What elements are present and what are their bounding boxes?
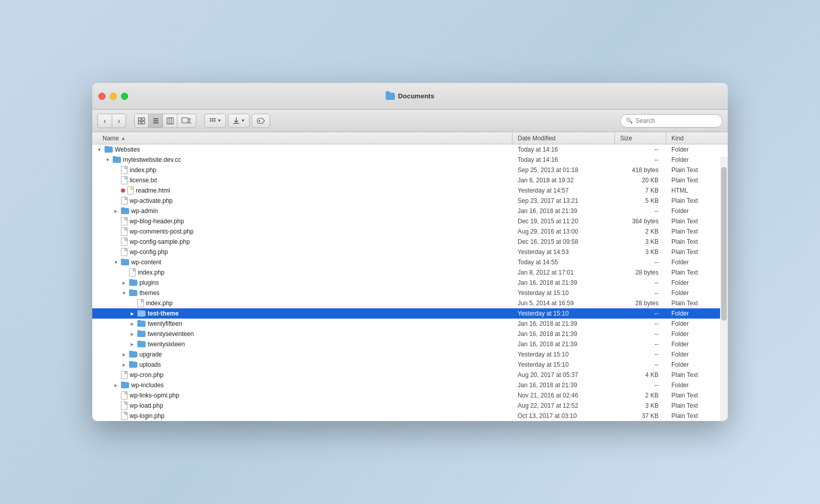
- file-size: --: [615, 361, 666, 368]
- name-column-header[interactable]: Name ▲: [92, 132, 512, 144]
- file-kind: Folder: [666, 207, 728, 215]
- table-row[interactable]: index.phpJan 8, 2012 at 17:0128 bytesPla…: [92, 267, 728, 278]
- table-row[interactable]: index.phpJun 5, 2014 at 16:5928 bytesPla…: [92, 298, 728, 308]
- list-view-button[interactable]: [149, 114, 163, 128]
- disclosure-triangle[interactable]: ▶: [113, 382, 119, 388]
- file-kind: Plain Text: [666, 218, 728, 225]
- disclosure-triangle[interactable]: ▼: [121, 290, 127, 296]
- action-dropdown-arrow: ▼: [241, 118, 245, 123]
- file-size: --: [615, 351, 666, 358]
- disclosure-triangle[interactable]: ▶: [129, 341, 135, 347]
- disclosure-triangle[interactable]: ▼: [105, 157, 111, 163]
- table-row[interactable]: ▼WebsitesToday at 14:16--Folder: [92, 144, 728, 155]
- file-name-text: uploads: [139, 361, 161, 368]
- file-size: --: [615, 382, 666, 389]
- disclosure-triangle[interactable]: ▶: [113, 208, 119, 214]
- table-row[interactable]: ▶uploadsYesterday at 15:10--Folder: [92, 360, 728, 370]
- traffic-lights: [98, 93, 128, 100]
- disclosure-triangle[interactable]: ▼: [96, 146, 102, 153]
- table-row[interactable]: wp-activate.phpSep 23, 2017 at 13:215 KB…: [92, 196, 728, 206]
- scrollbar-thumb[interactable]: [721, 167, 727, 321]
- file-kind: Folder: [666, 320, 728, 327]
- action-button[interactable]: ▼: [228, 114, 250, 128]
- file-kind: Plain Text: [666, 269, 728, 276]
- file-size: --: [615, 146, 666, 153]
- minimize-button[interactable]: [110, 93, 117, 100]
- file-name-text: wp-activate.php: [130, 197, 173, 204]
- disclosure-triangle[interactable]: ▶: [129, 331, 135, 337]
- table-row[interactable]: wp-config-sample.phpDec 16, 2015 at 09:5…: [92, 237, 728, 247]
- file-name-text: readme.html: [136, 187, 170, 194]
- file-size: 7 KB: [615, 187, 666, 194]
- table-row[interactable]: ▶upgradeYesterday at 15:10--Folder: [92, 349, 728, 360]
- file-kind: Plain Text: [666, 177, 728, 184]
- table-row[interactable]: ▶test-themeYesterday at 15:10--Folder: [92, 308, 728, 319]
- file-name-text: index.php: [138, 269, 165, 276]
- svg-rect-0: [138, 118, 141, 120]
- disclosure-triangle[interactable]: ▶: [129, 310, 135, 317]
- column-view-button[interactable]: [163, 114, 177, 128]
- file-name-text: wp-load.php: [130, 402, 163, 409]
- svg-point-19: [214, 120, 216, 121]
- close-button[interactable]: [98, 93, 106, 100]
- date-column-header[interactable]: Date Modified: [512, 132, 615, 144]
- file-date: Yesterday at 15:10: [512, 351, 615, 358]
- nav-buttons: ‹ ›: [97, 114, 126, 128]
- table-row[interactable]: ▼mytestwebsite.dev.ccToday at 14:16--Fol…: [92, 155, 728, 165]
- disclosure-triangle[interactable]: ▶: [121, 362, 127, 368]
- disclosure-triangle[interactable]: ▶: [129, 321, 135, 327]
- table-row[interactable]: ▶wp-adminJan 16, 2018 at 21:39--Folder: [92, 206, 728, 216]
- kind-column-header[interactable]: Kind: [666, 132, 728, 144]
- table-row[interactable]: wp-comments-post.phpAug 29, 2016 at 13:0…: [92, 226, 728, 237]
- tag-button[interactable]: [252, 114, 270, 128]
- file-kind: Folder: [666, 156, 728, 163]
- table-row[interactable]: readme.htmlYesterday at 14:577 KBHTML: [92, 185, 728, 196]
- file-icon: [121, 371, 128, 379]
- table-row[interactable]: license.txtJan 6, 2018 at 19:3220 KBPlai…: [92, 175, 728, 185]
- scrollbar-track[interactable]: [720, 157, 728, 421]
- table-row[interactable]: ▶twentyseventeenJan 16, 2018 at 21:39--F…: [92, 329, 728, 339]
- file-kind: HTML: [666, 187, 728, 194]
- svg-point-17: [210, 120, 212, 121]
- table-row[interactable]: ▼themesYesterday at 15:10--Folder: [92, 288, 728, 298]
- table-row[interactable]: wp-config.phpYesterday at 14:533 KBPlain…: [92, 247, 728, 257]
- file-name-text: wp-cron.php: [130, 371, 163, 379]
- table-row[interactable]: wp-links-opml.phpNov 21, 2016 at 02:462 …: [92, 390, 728, 401]
- disclosure-triangle[interactable]: ▼: [113, 259, 119, 265]
- back-button[interactable]: ‹: [97, 114, 112, 128]
- table-row[interactable]: ▶twentyfifteenJan 16, 2018 at 21:39--Fol…: [92, 319, 728, 329]
- content-area: Name ▲ Date Modified Size Kind ▼Websites…: [92, 132, 728, 421]
- file-date: Today at 14:55: [512, 259, 615, 266]
- table-row[interactable]: ▶wp-includesJan 16, 2018 at 21:39--Folde…: [92, 380, 728, 390]
- size-column-header[interactable]: Size: [615, 132, 666, 144]
- file-date: Aug 22, 2017 at 12:52: [512, 402, 615, 409]
- table-row[interactable]: ▶twentysixteenJan 16, 2018 at 21:39--Fol…: [92, 339, 728, 349]
- table-row[interactable]: wp-cron.phpAug 20, 2017 at 05:374 KBPlai…: [92, 370, 728, 380]
- icon-view-button[interactable]: [134, 114, 149, 128]
- search-box[interactable]: 🔍: [620, 114, 723, 128]
- file-kind: Plain Text: [666, 412, 728, 419]
- file-name-text: wp-comments-post.php: [130, 228, 194, 235]
- table-row[interactable]: wp-login.phpOct 13, 2017 at 03:1037 KBPl…: [92, 411, 728, 421]
- file-name-text: Websites: [115, 146, 140, 153]
- table-row[interactable]: wp-load.phpAug 22, 2017 at 12:523 KBPlai…: [92, 401, 728, 411]
- table-row[interactable]: wp-blog-header.phpDec 19, 2015 at 11:203…: [92, 216, 728, 226]
- file-size: --: [615, 341, 666, 348]
- disclosure-triangle: [113, 167, 119, 173]
- html-icon: [127, 186, 134, 195]
- file-size: 2 KB: [615, 228, 666, 235]
- file-kind: Plain Text: [666, 300, 728, 307]
- table-row[interactable]: ▶pluginsJan 16, 2018 at 21:39--Folder: [92, 278, 728, 288]
- file-icon: [121, 217, 128, 225]
- table-row[interactable]: index.phpSep 25, 2013 at 01:18418 bytesP…: [92, 165, 728, 175]
- forward-button[interactable]: ›: [112, 114, 126, 128]
- gallery-view-button[interactable]: [177, 114, 196, 128]
- disclosure-triangle[interactable]: ▶: [121, 351, 127, 358]
- search-input[interactable]: [636, 117, 717, 124]
- file-date: Jun 5, 2014 at 16:59: [512, 300, 615, 307]
- disclosure-triangle[interactable]: ▶: [121, 280, 127, 286]
- table-row[interactable]: ▼wp-contentToday at 14:55--Folder: [92, 257, 728, 267]
- maximize-button[interactable]: [121, 93, 128, 100]
- file-date: Jan 16, 2018 at 21:39: [512, 320, 615, 327]
- arrange-button[interactable]: ▼: [204, 114, 226, 128]
